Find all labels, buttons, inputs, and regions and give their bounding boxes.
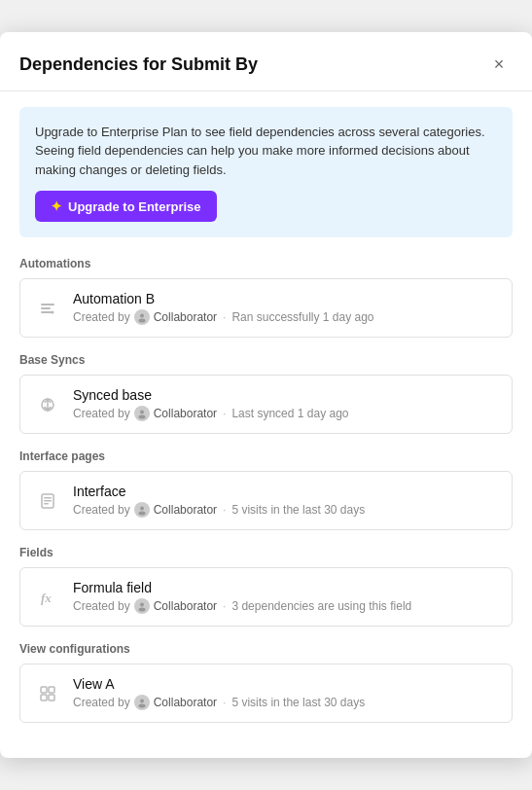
svg-point-22: [140, 700, 144, 703]
dependency-meta: Created by Collaborator · 5 visits in th…: [73, 502, 498, 518]
svg-point-13: [140, 507, 144, 511]
sync-icon: [34, 391, 61, 418]
section-label-base-syncs: Base Syncs: [19, 353, 513, 367]
modal-title: Dependencies for Submit By: [19, 54, 258, 75]
dependency-name: Automation B: [73, 291, 498, 306]
section-label-view-configurations: View configurations: [19, 642, 513, 656]
status-text: 3 dependencies are using this field: [231, 599, 411, 613]
created-by-label: Created by: [73, 407, 130, 420]
created-by-label: Created by: [73, 503, 130, 517]
svg-rect-1: [41, 307, 51, 309]
dependency-info: Automation B Created by Collaborator · R…: [73, 291, 498, 325]
dependency-meta: Created by Collaborator · 3 dependencies…: [73, 598, 498, 614]
status-text: Last synced 1 day ago: [231, 407, 348, 420]
separator: ·: [223, 407, 226, 420]
created-by-label: Created by: [73, 599, 130, 613]
dependency-info: View A Created by Collaborator · 5 visit…: [73, 676, 498, 710]
collaborator-name: Collaborator: [154, 503, 217, 517]
status-text: 5 visits in the last 30 days: [231, 503, 365, 517]
collaborator-name: Collaborator: [154, 407, 217, 420]
section-label-interface-pages: Interface pages: [19, 449, 513, 463]
dependency-meta: Created by Collaborator · Ran successful…: [73, 309, 498, 325]
dependencies-modal: Dependencies for Submit By × Upgrade to …: [0, 32, 532, 759]
star-icon: ✦: [51, 198, 62, 214]
svg-text:fx: fx: [41, 591, 52, 605]
collaborator-name: Collaborator: [154, 310, 217, 324]
svg-point-23: [138, 704, 145, 708]
collaborator-avatar: [134, 309, 150, 325]
status-text: 5 visits in the last 30 days: [231, 696, 365, 709]
svg-rect-19: [49, 687, 54, 693]
dependency-info: Interface Created by Collaborator · 5 vi…: [73, 484, 498, 518]
section-interface-pages: Interface pages Interface Created by Col…: [19, 449, 513, 530]
svg-rect-0: [41, 304, 54, 305]
collaborator-name: Collaborator: [154, 696, 217, 709]
view-icon: [34, 680, 61, 707]
section-automations: Automations Automation B Created by Coll…: [19, 257, 513, 338]
svg-point-17: [138, 608, 145, 612]
created-by-label: Created by: [73, 696, 130, 709]
svg-point-14: [138, 512, 145, 516]
section-label-fields: Fields: [19, 546, 513, 559]
svg-rect-11: [44, 500, 52, 502]
svg-point-3: [52, 310, 54, 313]
dependency-card: Interface Created by Collaborator · 5 vi…: [19, 471, 513, 530]
upgrade-button-label: Upgrade to Enterprise: [68, 199, 201, 214]
formula-icon: fx: [34, 584, 61, 611]
section-base-syncs: Base Syncs Synced base Created by Collab…: [19, 353, 513, 434]
section-view-configurations: View configurations View A Created by Co…: [19, 642, 513, 723]
automation-icon: [34, 295, 61, 322]
upgrade-banner-text: Upgrade to Enterprise Plan to see field …: [35, 123, 497, 180]
sections-container: Automations Automation B Created by Coll…: [19, 257, 513, 723]
interface-icon: [34, 487, 61, 515]
section-label-automations: Automations: [19, 257, 513, 270]
close-icon: ×: [494, 54, 505, 75]
collaborator-avatar: [134, 598, 150, 614]
separator: ·: [223, 310, 226, 324]
dependency-meta: Created by Collaborator · 5 visits in th…: [73, 695, 498, 710]
close-button[interactable]: ×: [485, 52, 513, 79]
svg-point-5: [138, 319, 145, 323]
svg-point-7: [140, 411, 144, 414]
dependency-name: Interface: [73, 484, 498, 499]
svg-rect-18: [41, 687, 47, 693]
separator: ·: [223, 503, 226, 517]
modal-header: Dependencies for Submit By ×: [0, 32, 532, 91]
svg-point-4: [140, 314, 144, 318]
dependency-name: Synced base: [73, 387, 498, 403]
svg-rect-12: [44, 503, 49, 505]
section-fields: Fields fx Formula field Created by Colla…: [19, 546, 513, 627]
dependency-name: View A: [73, 676, 498, 692]
dependency-card: Automation B Created by Collaborator · R…: [19, 278, 513, 338]
svg-rect-20: [41, 695, 47, 700]
separator: ·: [223, 696, 226, 709]
dependency-info: Synced base Created by Collaborator · La…: [73, 387, 498, 421]
dependency-card: Synced base Created by Collaborator · La…: [19, 375, 513, 434]
created-by-label: Created by: [73, 310, 130, 324]
collaborator-name: Collaborator: [154, 599, 217, 613]
modal-body: Upgrade to Enterprise Plan to see field …: [0, 91, 532, 759]
separator: ·: [223, 599, 226, 613]
dependency-name: Formula field: [73, 580, 498, 595]
svg-point-8: [138, 415, 145, 419]
upgrade-banner: Upgrade to Enterprise Plan to see field …: [19, 107, 513, 238]
dependency-card: View A Created by Collaborator · 5 visit…: [19, 664, 513, 723]
dependency-card: fx Formula field Created by Collaborator…: [19, 567, 513, 627]
svg-rect-2: [41, 311, 53, 313]
status-text: Ran successfully 1 day ago: [231, 310, 373, 324]
svg-point-16: [140, 603, 144, 607]
svg-rect-21: [49, 695, 54, 700]
upgrade-button[interactable]: ✦ Upgrade to Enterprise: [35, 191, 217, 222]
svg-rect-10: [44, 497, 52, 499]
collaborator-avatar: [134, 406, 150, 421]
collaborator-avatar: [134, 695, 150, 710]
collaborator-avatar: [134, 502, 150, 518]
dependency-info: Formula field Created by Collaborator · …: [73, 580, 498, 614]
dependency-meta: Created by Collaborator · Last synced 1 …: [73, 406, 498, 421]
